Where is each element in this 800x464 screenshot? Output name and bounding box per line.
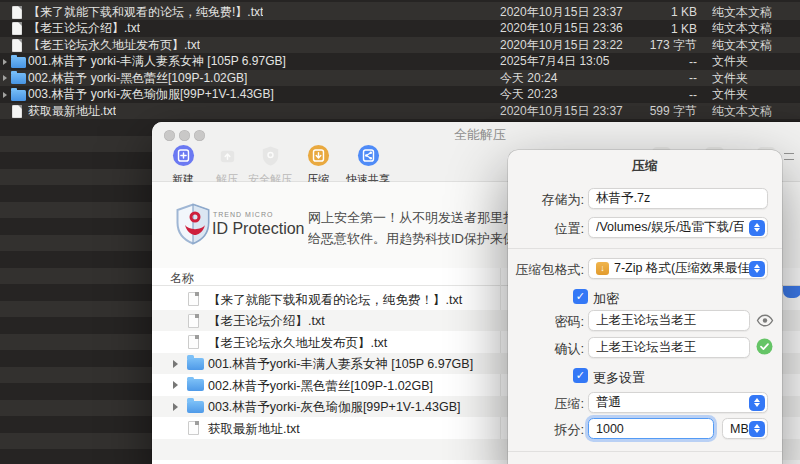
file-size: --	[600, 71, 697, 85]
encrypt-label: 加密	[593, 290, 619, 308]
save-as-input[interactable]	[588, 188, 768, 209]
file-name: 【老王论坛永久地址发布页】.txt	[208, 335, 387, 352]
text-file-icon	[12, 105, 22, 118]
folder-icon	[11, 57, 26, 68]
disclosure-chevron-icon[interactable]	[3, 59, 7, 65]
close-button[interactable]	[164, 130, 175, 141]
encrypt-checkbox[interactable]: ✓	[573, 289, 588, 304]
table-row[interactable]: 【老王论坛介绍】.txt 2020年10月15日 23:36 1 KB 纯文本文…	[0, 21, 800, 38]
file-name: 003.林昔予 yorki-灰色瑜伽服[99P+1V-1.43GB]	[28, 86, 274, 103]
more-settings-label: 更多设置	[593, 369, 645, 387]
compress-icon	[307, 144, 330, 167]
file-name: 001.林昔予 yorki-丰满人妻系女神 [105P 6.97GB]	[28, 53, 286, 70]
location-value: /Volumes/娱乐/迅雷下载/百度网盘...	[596, 219, 744, 236]
folder-icon	[187, 358, 204, 370]
table-row[interactable]: 获取最新地址.txt 2020年10月15日 23:37 599 字节 纯文本文…	[0, 103, 800, 120]
text-file-icon	[12, 39, 22, 52]
password-input[interactable]	[588, 310, 750, 331]
password-match-check-icon	[756, 338, 773, 355]
file-name: 001.林昔予yorki-丰满人妻系女神 [105P 6.97GB]	[208, 356, 473, 373]
split-size-input[interactable]	[588, 418, 714, 439]
table-row[interactable]: 003.林昔予 yorki-灰色瑜伽服[99P+1V-1.43GB] 今天 20…	[0, 87, 800, 104]
file-kind: 文件夹	[712, 53, 748, 70]
table-row[interactable]: 001.林昔予 yorki-丰满人妻系女神 [105P 6.97GB] 2025…	[0, 54, 800, 71]
file-name: 获取最新地址.txt	[208, 421, 300, 438]
file-kind: 文件夹	[712, 70, 748, 87]
disclosure-chevron-icon[interactable]	[173, 403, 178, 411]
file-size: 599 字节	[600, 103, 697, 120]
file-kind: 纯文本文稿	[712, 103, 772, 120]
trend-micro-shield-icon	[176, 203, 210, 245]
file-kind: 纯文本文稿	[712, 37, 772, 54]
file-name: 获取最新地址.txt	[28, 103, 116, 120]
confirm-label: 确认:	[508, 340, 584, 358]
menu-icon	[784, 153, 794, 160]
compression-level-select[interactable]: 普通	[588, 392, 768, 413]
save-as-label: 存储为:	[508, 191, 584, 209]
disclosure-chevron-icon[interactable]	[173, 360, 178, 368]
maximize-button[interactable]	[194, 130, 205, 141]
file-size: 1 KB	[600, 22, 697, 36]
file-size: 1 KB	[600, 5, 697, 19]
file-name: 【老王论坛介绍】.txt	[28, 20, 140, 37]
window-title: 全能解压	[430, 126, 530, 144]
screen: 【来了就能下载和观看的论坛，纯免费!】.txt 2020年10月15日 23:3…	[0, 0, 800, 464]
brand-product: ID Protection	[212, 220, 304, 238]
quick-share-icon	[357, 144, 380, 167]
disclosure-chevron-icon[interactable]	[3, 75, 7, 81]
folder-icon	[11, 90, 26, 101]
disclosure-chevron-icon[interactable]	[3, 92, 7, 98]
text-file-icon	[188, 335, 199, 349]
location-select[interactable]: /Volumes/娱乐/迅雷下载/百度网盘...	[588, 217, 768, 238]
file-name: 【来了就能下载和观看的论坛，纯免费！】.txt	[208, 292, 462, 309]
text-file-icon	[12, 22, 22, 35]
split-unit-value: MB	[730, 422, 749, 436]
file-size: --	[600, 88, 697, 102]
split-unit-select[interactable]: MB	[722, 418, 768, 439]
file-date: 今天 20:24	[500, 70, 557, 87]
divider	[508, 451, 782, 452]
file-size: 173 字节	[600, 37, 697, 54]
file-kind: 文件夹	[712, 86, 748, 103]
minimize-button[interactable]	[179, 130, 190, 141]
more-settings-checkbox[interactable]: ✓	[573, 368, 588, 383]
confirm-password-input[interactable]	[588, 337, 750, 358]
format-label: 压缩包格式:	[508, 261, 584, 279]
file-name: 【来了就能下载和观看的论坛，纯免费!】.txt	[28, 4, 263, 21]
chevron-up-down-icon	[749, 395, 765, 411]
text-file-icon	[188, 421, 199, 435]
split-label: 拆分:	[508, 421, 584, 439]
show-password-eye-icon[interactable]	[756, 314, 774, 327]
compression-level-value: 普通	[596, 394, 621, 411]
location-label: 位置:	[508, 220, 584, 238]
folder-icon	[11, 73, 26, 84]
table-row[interactable]: 002.林昔予 yorki-黑色蕾丝[109P-1.02GB] 今天 20:24…	[0, 70, 800, 87]
file-kind: 纯文本文稿	[712, 20, 772, 37]
brand-name: TREND MICRO	[213, 211, 273, 218]
file-date: 2025年7月4日 13:05	[500, 53, 609, 70]
text-file-icon	[188, 292, 199, 306]
format-select[interactable]: ↓ 7-Zip 格式(压缩效果最佳)	[588, 258, 768, 279]
format-value: 7-Zip 格式(压缩效果最佳)	[614, 260, 754, 277]
safe-extract-shield-icon	[259, 144, 282, 167]
file-name: 【老王论坛永久地址发布页】.txt	[28, 37, 200, 54]
chevron-up-down-icon	[749, 261, 765, 277]
disclosure-chevron-icon[interactable]	[173, 381, 178, 389]
compress-dialog: 压缩 存储为: 位置: /Volumes/娱乐/迅雷下载/百度网盘... 压缩包…	[508, 150, 782, 464]
text-file-icon	[188, 314, 199, 328]
chevron-up-down-icon	[749, 421, 765, 437]
quick-share-button[interactable]: 快速共享	[338, 144, 398, 187]
table-row[interactable]: 【老王论坛永久地址发布页】.txt 2020年10月15日 23:22 173 …	[0, 37, 800, 54]
file-name: 003.林昔予yorki-灰色瑜伽服[99P+1V-1.43GB]	[208, 399, 461, 416]
new-archive-icon	[172, 144, 195, 167]
password-label: 密码:	[508, 313, 584, 331]
divider	[508, 248, 782, 249]
text-file-icon	[12, 6, 22, 19]
file-name: 002.林昔予 yorki-黑色蕾丝[109P-1.02GB]	[28, 70, 247, 87]
file-size: --	[600, 55, 697, 69]
folder-icon	[187, 379, 204, 391]
chevron-up-down-icon	[749, 220, 765, 236]
table-row[interactable]: 【来了就能下载和观看的论坛，纯免费!】.txt 2020年10月15日 23:3…	[0, 4, 800, 21]
dialog-title: 压缩	[508, 157, 782, 175]
file-name: 002.林昔予yorki-黑色蕾丝[109P-1.02GB]	[208, 378, 433, 395]
